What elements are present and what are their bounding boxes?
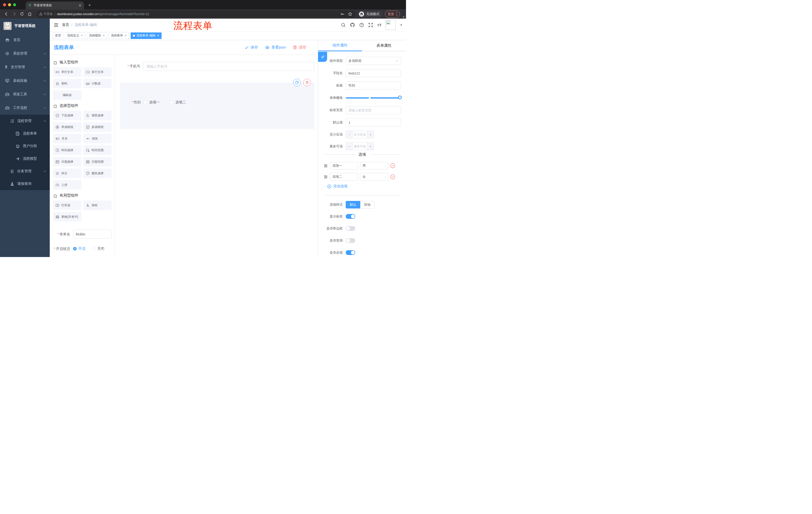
breadcrumb-home[interactable]: 首页 — [62, 23, 69, 27]
show-label-toggle[interactable] — [346, 214, 355, 219]
tab-component-props[interactable]: 组件属性 — [318, 40, 362, 51]
max-select-value[interactable]: 最多可选 — [352, 143, 367, 150]
avatar-caret-icon[interactable]: ▼ — [400, 24, 403, 26]
save-button[interactable]: 保存 — [245, 45, 258, 50]
font-size-icon[interactable]: ᴛT — [377, 23, 382, 27]
search-icon[interactable] — [341, 23, 346, 27]
sidebar-item-workflow[interactable]: 工作流程 — [0, 101, 50, 115]
palette-item-select[interactable]: 下拉选择 — [53, 111, 81, 120]
option-name-input[interactable] — [330, 162, 358, 169]
slider-track[interactable] — [346, 97, 401, 99]
add-option-button[interactable]: 添加选项 — [327, 184, 401, 189]
app-logo-row[interactable]: 芋道管理系统 — [0, 19, 50, 33]
tag-process-form-edit[interactable]: 流程表单-编辑✕ — [130, 32, 162, 39]
palette-item-color-picker[interactable]: 颜色选择 — [83, 168, 112, 178]
remove-option-button[interactable] — [390, 163, 395, 168]
palette-item-upload[interactable]: 上传 — [53, 180, 81, 190]
tag-close-icon[interactable]: ✕ — [124, 34, 127, 37]
max-select-stepper[interactable]: − 最多可选 ＋ — [346, 142, 374, 150]
tag-close-icon[interactable]: ✕ — [81, 34, 83, 37]
canvas-field-phone[interactable]: *手机号 — [120, 62, 314, 71]
required-toggle[interactable] — [346, 250, 355, 255]
browser-tab[interactable]: 芋道管理系统 ✕ — [26, 1, 84, 9]
option-name-input[interactable] — [330, 173, 358, 181]
clear-button[interactable]: 清空 — [293, 45, 306, 50]
sidebar-item-task-mgmt[interactable]: 任务管理 — [0, 165, 50, 178]
tab-close-icon[interactable]: ✕ — [79, 3, 81, 7]
palette-item-row-container[interactable]: 行容器 — [53, 200, 81, 210]
checkbox[interactable] — [170, 101, 173, 104]
view-json-button[interactable]: 查看json — [265, 45, 286, 50]
back-icon[interactable] — [4, 12, 8, 16]
palette-item-password[interactable]: 密码 — [53, 79, 81, 88]
security-warning[interactable]: 不安全 — [39, 12, 53, 16]
update-button[interactable]: 更新 — [385, 10, 400, 18]
palette-item-single-text[interactable]: 单行文本 — [53, 67, 81, 77]
increase-button[interactable]: ＋ — [367, 131, 374, 138]
close-window-button[interactable] — [3, 3, 6, 6]
tag-process-model[interactable]: 流程模型✕ — [87, 32, 107, 39]
drag-handle-icon[interactable] — [324, 164, 328, 168]
sidebar-item-system[interactable]: 系统管理 — [0, 47, 50, 60]
palette-item-switch[interactable]: 开关 — [53, 134, 81, 143]
bookmark-star-icon[interactable] — [348, 12, 352, 16]
minimize-window-button[interactable] — [8, 3, 11, 6]
phone-field-input[interactable] — [143, 62, 314, 71]
palette-item-multi-text[interactable]: 多行文本 — [83, 67, 112, 77]
palette-item-checkbox-group[interactable]: 多选框组 — [83, 122, 112, 132]
sidebar-item-process-form[interactable]: 流程表单 — [0, 127, 50, 140]
style-default-button[interactable]: 默认 — [346, 201, 360, 209]
forward-icon[interactable] — [12, 12, 16, 16]
sidebar-item-infra[interactable]: 基础设施 — [0, 74, 50, 87]
tag-home[interactable]: 首页 — [53, 32, 63, 39]
reload-icon[interactable] — [20, 12, 24, 16]
field-name-input[interactable] — [346, 69, 401, 77]
window-controls[interactable] — [0, 0, 20, 9]
status-radio-open[interactable]: 开启 — [73, 246, 85, 251]
sidebar-item-process-mgmt[interactable]: 流程管理 — [0, 115, 50, 127]
palette-item-counter[interactable]: 123 计数器 — [83, 79, 112, 88]
increase-button[interactable]: ＋ — [367, 143, 374, 150]
tag-process-form[interactable]: 流程表单✕ — [109, 32, 129, 39]
form-grid-slider[interactable] — [346, 94, 401, 102]
sidebar-item-process-model[interactable]: 流程模型 — [0, 153, 50, 165]
decrease-button[interactable]: − — [346, 131, 352, 138]
component-type-select[interactable]: 多选框组 — [346, 57, 401, 65]
title-input[interactable] — [346, 81, 401, 89]
disabled-toggle[interactable] — [346, 238, 355, 243]
min-select-value[interactable]: 至少应选 — [352, 131, 367, 138]
fullscreen-icon[interactable] — [368, 23, 373, 27]
address-bar[interactable]: 不安全 dashboard.yudao.iocoder.cn/bpm/manag… — [36, 10, 355, 18]
decrease-button[interactable]: − — [346, 143, 352, 150]
min-select-stepper[interactable]: − 至少应选 ＋ — [346, 131, 374, 138]
password-key-icon[interactable] — [341, 12, 344, 16]
style-button-button[interactable]: 按钮 — [360, 201, 375, 209]
palette-item-date-range[interactable]: 日期范围 — [83, 157, 112, 166]
url-text[interactable]: dashboard.yudao.iocoder.cn/bpm/manager/f… — [57, 12, 149, 16]
sidebar-item-payment[interactable]: ¥ 支付管理 — [0, 60, 50, 74]
palette-item-radio-group[interactable]: 单选框组 — [53, 122, 81, 132]
new-tab-button[interactable]: ＋ — [87, 2, 92, 8]
form-name-input[interactable] — [73, 229, 112, 239]
option-value-input[interactable] — [360, 173, 388, 181]
tag-close-icon[interactable]: ✕ — [103, 34, 105, 37]
duplicate-field-button[interactable] — [293, 79, 301, 86]
palette-item-date-picker[interactable]: 日期选择 — [53, 157, 81, 166]
palette-item-table[interactable]: 表格[开发中] — [53, 212, 81, 221]
tag-close-icon[interactable]: ✕ — [157, 34, 159, 37]
tab-form-props[interactable]: 表单属性 — [362, 40, 406, 51]
zoom-window-button[interactable] — [13, 3, 16, 6]
palette-item-editor[interactable]: 编辑器 — [53, 90, 81, 100]
remove-option-button[interactable] — [390, 174, 395, 179]
default-value-input[interactable] — [346, 118, 401, 127]
option-value-input[interactable] — [360, 162, 388, 169]
gender-option-1[interactable]: 选项一 — [144, 100, 160, 105]
sidebar-toggle-icon[interactable] — [54, 23, 59, 27]
sidebar-item-leave-query[interactable]: 请假查询 — [0, 178, 50, 190]
user-avatar[interactable] — [386, 20, 396, 30]
palette-item-cascader[interactable]: 级联选择 — [83, 111, 112, 120]
github-icon[interactable] — [350, 22, 355, 27]
palette-item-rate[interactable]: 评分 — [53, 168, 81, 178]
palette-item-time-range[interactable]: 时间范围 — [83, 145, 112, 155]
palette-item-time-picker[interactable]: 时间选择 — [53, 145, 81, 155]
